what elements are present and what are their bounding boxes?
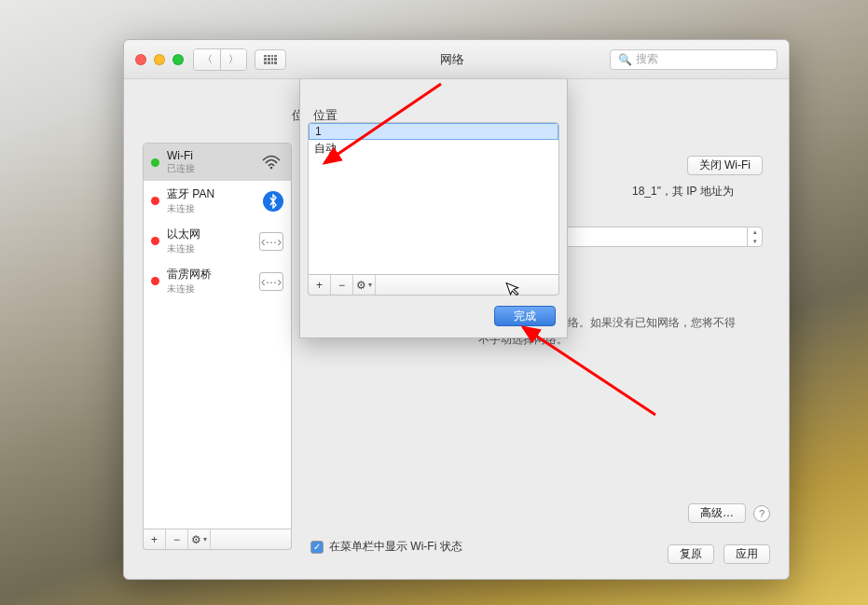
content-area: 位 Wi-Fi 已连接 蓝牙 PAN 未连接 [124, 79, 789, 579]
location-row-editing[interactable]: 1 [309, 123, 558, 140]
wifi-icon [259, 153, 283, 172]
revert-button[interactable]: 复原 [668, 544, 714, 564]
advanced-button[interactable]: 高级… [688, 503, 746, 523]
location-sheet: 位置 1 自动 + − ⚙▾ 完成 [299, 79, 568, 338]
add-location-button[interactable]: + [309, 275, 331, 295]
status-dot-icon [151, 237, 159, 245]
remove-location-button[interactable]: − [331, 275, 353, 295]
gear-icon: ⚙ [191, 533, 201, 546]
search-icon: 🔍 [618, 53, 632, 66]
services-sidebar: Wi-Fi 已连接 蓝牙 PAN 未连接 [143, 143, 292, 529]
nav-back-forward: 〈 〉 [193, 48, 247, 71]
grid-icon [264, 55, 277, 64]
ethernet-icon: ‹···› [259, 232, 283, 251]
window-controls [135, 54, 184, 65]
sidebar-item-ethernet[interactable]: 以太网 未连接 ‹···› [144, 221, 291, 261]
help-button[interactable]: ? [753, 505, 770, 522]
ip-info-text: 18_1"，其 IP 地址为 [632, 184, 763, 199]
service-actions-menu[interactable]: ⚙▾ [188, 529, 211, 549]
status-dot-icon [151, 158, 159, 167]
sidebar-item-wifi[interactable]: Wi-Fi 已连接 [144, 144, 291, 181]
status-dot-icon [151, 197, 159, 205]
select-stepper[interactable]: ▴▾ [747, 227, 762, 246]
window-title: 网络 [294, 51, 610, 68]
network-prefs-window: 〈 〉 网络 🔍 搜索 位 Wi-Fi 已连接 [123, 39, 790, 580]
checkbox-icon: ✓ [310, 541, 324, 554]
turn-off-wifi-button[interactable]: 关闭 Wi-Fi [687, 156, 763, 175]
show-wifi-menubar-checkbox[interactable]: ✓ 在菜单栏中显示 Wi-Fi 状态 [310, 539, 462, 555]
close-button[interactable] [135, 54, 146, 65]
svg-point-0 [270, 167, 273, 170]
done-button[interactable]: 完成 [494, 306, 556, 326]
titlebar: 〈 〉 网络 🔍 搜索 [124, 40, 789, 79]
location-row[interactable]: 自动 [309, 140, 558, 157]
status-dot-icon [151, 277, 159, 285]
sidebar-toolbar: + − ⚙▾ [143, 529, 292, 550]
location-list: 1 自动 [308, 122, 559, 275]
zoom-button[interactable] [172, 54, 184, 65]
thunderbolt-icon: ‹···› [259, 272, 283, 291]
forward-button[interactable]: 〉 [220, 49, 246, 70]
gear-icon: ⚙ [356, 279, 366, 292]
apply-button[interactable]: 应用 [723, 544, 770, 564]
back-button[interactable]: 〈 [194, 49, 220, 70]
show-all-button[interactable] [255, 49, 286, 70]
bluetooth-icon [263, 191, 283, 212]
minimize-button[interactable] [154, 54, 165, 65]
sidebar-item-bluetooth-pan[interactable]: 蓝牙 PAN 未连接 [144, 181, 291, 221]
search-placeholder: 搜索 [636, 51, 658, 67]
chevron-down-icon: ▾ [368, 281, 372, 289]
search-field[interactable]: 🔍 搜索 [610, 49, 778, 70]
location-actions-menu[interactable]: ⚙▾ [353, 275, 376, 295]
remove-service-button[interactable]: − [166, 529, 188, 549]
sidebar-item-thunderbolt-bridge[interactable]: 雷雳网桥 未连接 ‹···› [144, 261, 291, 301]
add-service-button[interactable]: + [144, 529, 166, 549]
chevron-down-icon: ▾ [203, 535, 207, 543]
